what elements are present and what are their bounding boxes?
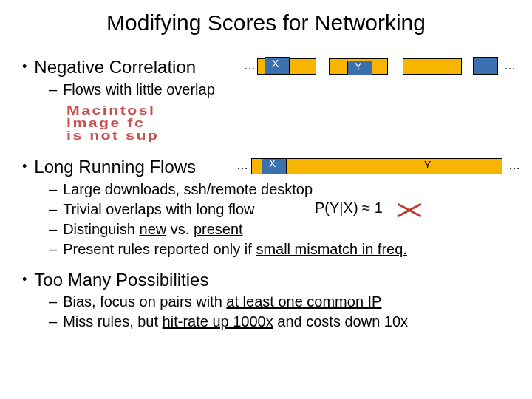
bullet-long-running: • Long Running Flows	[22, 157, 229, 177]
bullet-too-many: • Too Many Possibilities	[22, 270, 525, 290]
diagram-neg-corr: … X Y …	[244, 56, 525, 78]
placeholder-line: Macintosl	[66, 104, 191, 117]
label-x: X	[269, 157, 276, 169]
bullet-dot-icon: •	[22, 60, 27, 73]
t-u: present	[194, 221, 243, 237]
sub-text: Large downloads, ssh/remote desktop	[63, 181, 313, 198]
t-u: small mismatch in freq.	[256, 241, 407, 257]
sub-present-rules: – Present rules reported only if small m…	[49, 241, 525, 258]
placeholder-line: is not sup	[66, 129, 191, 142]
cross-out-icon	[396, 198, 423, 220]
t: vs.	[166, 221, 194, 237]
sub-flows-overlap: – Flows with little overlap	[49, 81, 525, 98]
sub-trivial-overlaps: – Trivial overlaps with long flow P(Y|X)…	[49, 201, 525, 218]
slide-title: Modifying Scores for Networking	[0, 0, 532, 43]
dash-icon: –	[49, 181, 57, 198]
t: and costs down 10x	[273, 313, 408, 330]
flow-bar-blue	[473, 57, 498, 75]
flow-bar-yellow	[403, 58, 462, 75]
t: Bias, focus on pairs with	[63, 293, 226, 310]
t-u: new	[140, 221, 167, 237]
bullet-dot-icon: •	[22, 160, 27, 173]
bullet1-text: Long Running Flows	[34, 157, 196, 177]
label-y: Y	[424, 159, 431, 171]
dash-icon: –	[49, 293, 57, 310]
sub-miss-rules: – Miss rules, but hit-rate up 1000x and …	[49, 313, 525, 330]
t-u: hit-rate up 1000x	[163, 313, 273, 330]
t: Miss rules, but	[63, 313, 162, 330]
formula-pyx: P(Y|X) ≈ 1	[315, 200, 383, 216]
bullet1-text: Too Many Possibilities	[34, 270, 208, 290]
sub-text: Miss rules, but hit-rate up 1000x and co…	[63, 313, 408, 330]
sub-text: Distinguish new vs. present	[63, 221, 242, 238]
ellipsis-icon: …	[244, 59, 256, 72]
dash-icon: –	[49, 241, 57, 258]
missing-image-placeholder: Macintosl image fc is not sup	[66, 104, 166, 149]
label-y: Y	[355, 61, 361, 72]
bullet-dot-icon: •	[22, 273, 27, 286]
placeholder-line: image fc	[66, 117, 191, 129]
sub-text: Trivial overlaps with long flow	[63, 201, 254, 218]
ellipsis-icon: …	[504, 59, 516, 72]
flow-bar-yellow-long	[251, 158, 502, 174]
row-long-running: • Long Running Flows … X Y …	[22, 156, 525, 178]
sub-bias: – Bias, focus on pairs with at least one…	[49, 293, 525, 310]
sub-text: Flows with little overlap	[63, 81, 215, 98]
ellipsis-icon: …	[508, 159, 520, 172]
sub-text: Bias, focus on pairs with at least one c…	[63, 293, 381, 310]
label-x: X	[272, 58, 279, 69]
sub-distinguish: – Distinguish new vs. present	[49, 221, 525, 238]
slide-content: • Negative Correlation … X Y … – Flows w…	[0, 56, 532, 330]
dash-icon: –	[49, 313, 57, 330]
t: Distinguish	[63, 221, 139, 237]
t-u: at least one common IP	[226, 293, 381, 310]
row-negative-correlation: • Negative Correlation … X Y …	[22, 56, 525, 78]
sub-large-downloads: – Large downloads, ssh/remote desktop	[49, 181, 525, 198]
t: Present rules reported only if	[63, 241, 256, 257]
diagram-long-running: … X Y …	[236, 156, 525, 178]
dash-icon: –	[49, 221, 57, 238]
bullet-negative-correlation: • Negative Correlation	[22, 57, 236, 78]
dash-icon: –	[49, 81, 57, 98]
dash-icon: –	[49, 201, 57, 218]
sub-text: Present rules reported only if small mis…	[63, 241, 407, 258]
bullet1-text: Negative Correlation	[34, 57, 196, 78]
ellipsis-icon: …	[236, 159, 248, 172]
